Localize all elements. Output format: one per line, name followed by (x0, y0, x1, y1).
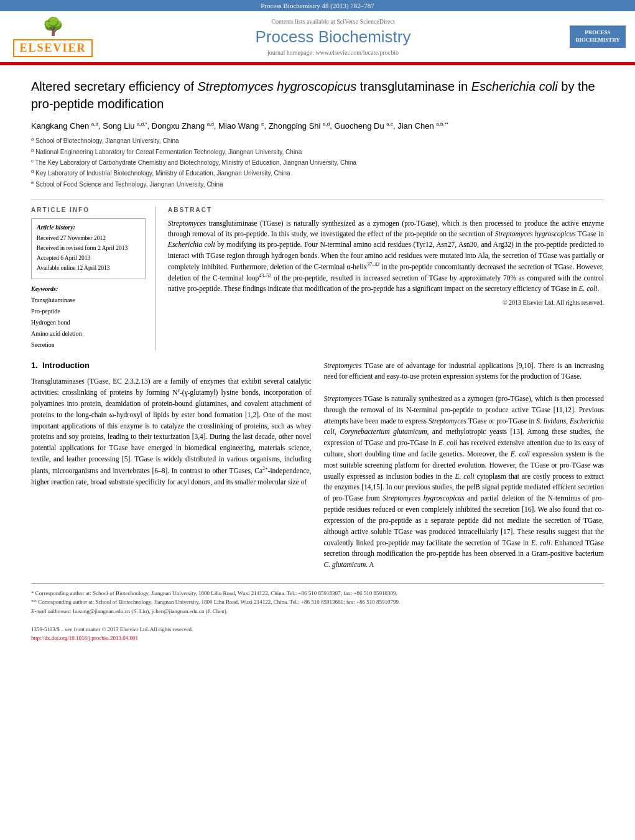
body-columns: 1. Introduction Transglutaminases (TGase… (31, 361, 604, 571)
journal-homepage: journal homepage: www.elsevier.com/locat… (96, 49, 570, 56)
main-content: Altered secretary efficiency of Streptom… (0, 65, 635, 655)
article-info-panel: ARTICLE INFO Article history: Received 2… (31, 206, 155, 351)
intro-text-col1: Transglutaminases (TGase, EC 2.3.2.13) a… (31, 376, 312, 488)
journal-logo-box: PROCESSBIOCHEMISTRY (570, 25, 626, 47)
footnote-area: * Corresponding author at: School of Bio… (31, 583, 604, 642)
sciverse-link: Contents lists available at SciVerse Sci… (96, 18, 570, 25)
abstract-heading: ABSTRACT (168, 206, 604, 213)
info-abstract-row: ARTICLE INFO Article history: Received 2… (31, 200, 604, 351)
article-history-section: Article history: Received 27 November 20… (31, 218, 146, 279)
abstract-text: Streptomyces transglutaminase (TGase) is… (168, 218, 604, 294)
keywords-label: Keywords: (31, 285, 146, 292)
keywords-list: Transglutaminase Pro-peptide Hydrogen bo… (31, 295, 146, 351)
doi-link[interactable]: http://dx.doi.org/10.1016/j.procbio.2013… (31, 635, 138, 641)
body-col-left: 1. Introduction Transglutaminases (TGase… (31, 361, 312, 571)
elsevier-tree-icon: 🌳 (42, 16, 64, 37)
sciverse-text: Contents lists available at SciVerse Sci… (271, 18, 395, 25)
abstract-section: ABSTRACT Streptomyces transglutaminase (… (168, 206, 604, 351)
journal-header: 🌳 ELSEVIER Contents lists available at S… (0, 11, 635, 63)
journal-citation: Process Biochemistry 48 (2013) 782–787 (261, 2, 374, 9)
copyright-text: © 2013 Elsevier Ltd. All rights reserved… (168, 299, 604, 306)
journal-title: Process Biochemistry (96, 27, 570, 47)
affiliations: a School of Biotechnology, Jiangnan Univ… (31, 136, 604, 190)
homepage-text: journal homepage: www.elsevier.com/locat… (267, 49, 399, 56)
article-info-heading: ARTICLE INFO (31, 206, 146, 213)
top-bar: Process Biochemistry 48 (2013) 782–787 (0, 0, 635, 11)
article-history-label: Article history: (37, 224, 140, 231)
footnote-text: * Corresponding author at: School of Bio… (31, 589, 604, 642)
article-title: Altered secretary efficiency of Streptom… (31, 78, 604, 113)
elsevier-logo: ELSEVIER (13, 39, 92, 57)
intro-text-col2: Streptomyces TGase are of advantage for … (324, 361, 605, 571)
authors: Kangkang Chen a,d, Song Liu a,d,*, Dongx… (31, 121, 604, 131)
elsevier-branding: 🌳 ELSEVIER (9, 16, 96, 57)
body-col-right: Streptomyces TGase are of advantage for … (324, 361, 605, 571)
intro-heading: 1. Introduction (31, 361, 312, 370)
journal-info-center: Contents lists available at SciVerse Sci… (96, 18, 570, 56)
journal-logo-right: PROCESSBIOCHEMISTRY (570, 25, 626, 47)
keywords-section: Keywords: Transglutaminase Pro-peptide H… (31, 285, 146, 351)
article-dates: Received 27 November 2012 Received in re… (37, 233, 140, 274)
